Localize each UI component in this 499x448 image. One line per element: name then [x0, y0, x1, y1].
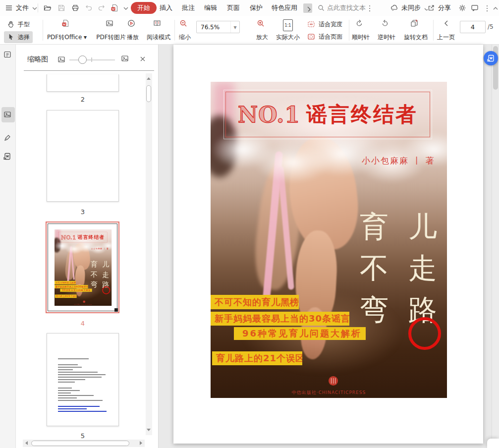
tab-special-apps[interactable]: 特色应用 — [272, 0, 297, 16]
convert-to-word-floating-button[interactable] — [484, 51, 498, 65]
thumbnail-smaller-icon[interactable] — [57, 56, 65, 63]
actual-size-button[interactable]: 1:1实际大小 — [274, 18, 302, 44]
side-tool-strip — [0, 45, 16, 448]
share-button[interactable]: 分享 — [438, 0, 451, 16]
quick-toolbar-dropdown-icon[interactable] — [122, 0, 129, 16]
cover-highlight-2: 新手妈妈最容易上当的30条谣言 — [55, 285, 88, 288]
reading-mode-button[interactable]: 阅读模式 — [144, 18, 173, 44]
file-menu[interactable]: 文件 — [16, 0, 38, 16]
sidebar-vscroll-thumb[interactable] — [146, 85, 151, 102]
undo-icon[interactable] — [85, 0, 93, 16]
cover-title: 谣言终结者 — [306, 101, 418, 128]
sidebar-horizontal-scrollbar[interactable] — [23, 440, 145, 447]
toolbar: 手型 选择 PDF转Office ▾ PDF转图片 播放 阅读模式 缩小 76.… — [0, 16, 499, 45]
tab-protect[interactable]: 保护 — [250, 0, 263, 16]
document-vertical-scrollbar[interactable] — [492, 45, 499, 448]
thumbnail-size-slider[interactable] — [69, 59, 115, 60]
open-file-icon[interactable] — [44, 0, 52, 16]
share-icon[interactable] — [427, 0, 435, 16]
redo-icon[interactable] — [98, 0, 106, 16]
print-icon[interactable] — [71, 0, 79, 16]
cover-image-container: NO.1 谣言终结者 小小包麻麻 丨 著 育儿 不走 弯路 不可不知的育儿黑榜 … — [211, 82, 447, 398]
search-icon[interactable] — [317, 0, 325, 16]
scroll-right-arrow[interactable] — [140, 441, 142, 445]
thumbnail-page-3[interactable] — [47, 110, 119, 202]
book-cover: NO.1 谣言终结者 小小包麻麻 丨 著 育儿 不走 弯路 不可不知的育儿黑榜 … — [211, 82, 447, 398]
tab-home[interactable]: 开始 — [131, 0, 157, 16]
fit-page-button[interactable]: 适合页面 — [307, 32, 342, 42]
cover-highlight-3: 96种常见育儿问题大解析 — [60, 289, 92, 292]
rotate-clockwise-button[interactable]: 顺时针 — [349, 18, 373, 44]
save-icon[interactable] — [57, 0, 65, 16]
outline-panel-icon[interactable] — [3, 51, 12, 59]
main-menu-button[interactable] — [5, 0, 13, 16]
divider — [433, 20, 434, 41]
zoom-level-combobox[interactable]: 76.5%▾ — [196, 21, 240, 33]
hand-tool-button[interactable]: 手型 — [4, 18, 33, 30]
slider-tick — [91, 57, 92, 62]
cover-highlight-3: 96种常见育儿问题大解析 — [234, 327, 366, 340]
cloud-sync-icon[interactable] — [390, 0, 398, 16]
search-options-icon[interactable] — [366, 0, 373, 16]
publisher-logo — [83, 300, 85, 303]
publisher-name: 中信出版社·CHINACITICPRESS — [55, 304, 111, 305]
page-number-input[interactable] — [460, 21, 486, 33]
selection-resize-handle[interactable] — [114, 308, 118, 312]
page-5-text-preview — [58, 358, 110, 413]
search-input[interactable]: 点此查找文本 — [327, 0, 366, 16]
thumbnail-larger-icon[interactable] — [121, 55, 130, 63]
settings-gear-icon[interactable] — [458, 0, 466, 16]
slider-handle[interactable] — [78, 56, 87, 64]
tab-page[interactable]: 页面 — [227, 0, 240, 16]
fit-width-button[interactable]: 适合宽度 — [307, 20, 342, 29]
pdf-page-4[interactable]: NO.1 谣言终结者 小小包麻麻 丨 著 育儿 不走 弯路 不可不知的育儿黑榜 … — [173, 45, 483, 444]
thumbnail-page-4-selected[interactable]: NO.1 谣言终结者 小小包麻麻 丨 著 育儿 不走 弯路 不可不知的育儿黑榜 … — [46, 222, 119, 313]
rotate-counterclockwise-button[interactable]: 逆时针 — [375, 18, 398, 44]
signature-pen-icon[interactable] — [3, 134, 12, 143]
panel-title: 缩略图 — [27, 55, 48, 64]
export-word-panel-icon[interactable] — [3, 153, 12, 162]
cover-red-circle — [102, 286, 110, 294]
thumbnail-label-3: 3 — [72, 208, 94, 216]
sidebar-hscroll-thumb[interactable] — [31, 441, 129, 446]
actual-size-icon: 1:1 — [283, 19, 293, 31]
zoom-in-button[interactable]: 放大 — [251, 18, 274, 44]
comment-icon[interactable] — [471, 0, 479, 16]
sync-status[interactable]: 未同步 — [401, 0, 428, 16]
scroll-up-arrow[interactable] — [147, 77, 151, 80]
scroll-down-arrow[interactable] — [147, 429, 151, 431]
cover-highlight-1: 不可不知的育儿黑榜 — [55, 281, 76, 284]
thumbnail-page-5[interactable] — [47, 333, 119, 426]
cover-vertical-title: 育儿 不走 弯路 — [350, 212, 447, 325]
close-panel-icon[interactable] — [139, 55, 146, 62]
tab-annotate[interactable]: 批注 — [182, 0, 195, 16]
rotate-document-button[interactable]: 旋转文档 — [400, 18, 431, 44]
more-options-icon[interactable] — [483, 0, 490, 16]
previous-page-button[interactable]: 上一页 — [434, 18, 458, 44]
select-tool-button[interactable]: 选择 — [4, 31, 33, 43]
sidebar-vertical-scrollbar[interactable] — [146, 73, 152, 435]
scroll-left-arrow[interactable] — [25, 441, 28, 445]
menu-bar: 文件 开始 插入 批注 编辑 页面 保护 特色应用 点此查找文本 未同步 分享 — [0, 0, 499, 16]
thumbnail-panel: 缩略图 2 3 — [16, 45, 159, 448]
thumbnail-label-4: 4 — [72, 320, 94, 327]
publisher-name: 中信出版社·CHINACITICPRESS — [211, 390, 447, 396]
collapse-ribbon-icon[interactable] — [492, 0, 499, 16]
tab-edit[interactable]: 编辑 — [204, 0, 217, 16]
thumbnail-page-2[interactable] — [47, 74, 119, 92]
tab-insert[interactable]: 插入 — [160, 0, 172, 16]
pdf-to-office-button[interactable]: PDF转Office ▾ — [44, 18, 90, 44]
play-button[interactable]: 播放 — [122, 18, 144, 44]
more-tabs-button[interactable] — [303, 3, 312, 13]
cover-title-no: NO.1 — [238, 102, 300, 127]
document-view[interactable]: NO.1 谣言终结者 小小包麻麻 丨 著 育儿 不走 弯路 不可不知的育儿黑榜 … — [159, 45, 499, 448]
corner-widget[interactable] — [487, 439, 499, 448]
cover-author: 小小包麻麻 丨 著 — [91, 247, 109, 250]
zoom-out-button[interactable]: 缩小 — [173, 18, 196, 44]
publisher-logo — [329, 376, 338, 386]
thumbnail-panel-icon[interactable] — [3, 111, 12, 119]
export-word-icon[interactable] — [111, 0, 118, 16]
cover-highlight-4: 育儿路上的21个误区 — [212, 351, 302, 365]
cover-title: 谣言终结者 — [78, 234, 105, 241]
zoom-dropdown-icon[interactable]: ▾ — [230, 21, 239, 33]
